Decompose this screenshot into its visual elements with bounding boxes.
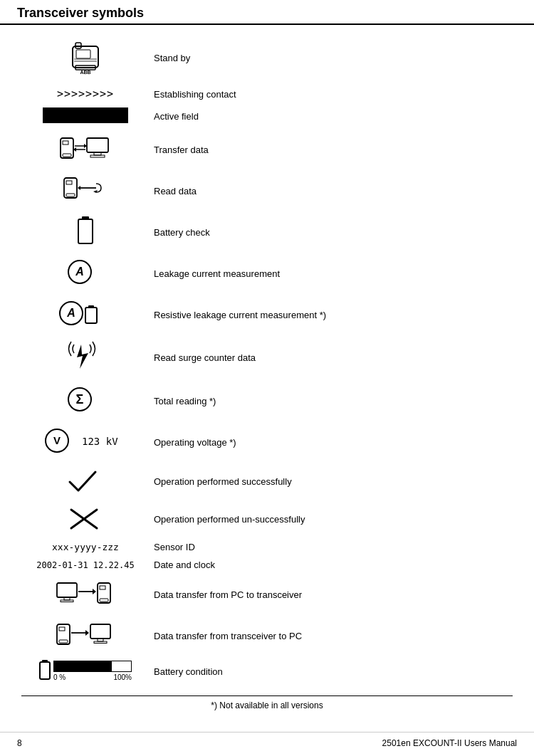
svg-rect-18	[66, 181, 72, 184]
svg-text:A: A	[66, 307, 75, 319]
footer-divider	[21, 695, 513, 696]
list-item: 2002-01-31 12.22.45 Date and clock	[21, 556, 513, 574]
content: ABB Stand by >>>>>>>> Establishing conta…	[0, 32, 534, 725]
symbol-icon-pc-to-trans	[21, 574, 150, 615]
page-number: 8	[17, 738, 22, 748]
svg-rect-48	[59, 627, 65, 631]
label-pc-to-trans: Data transfer from PC to transceiver	[150, 574, 513, 615]
list-item: V 123 kV Operating voltage *)	[21, 421, 513, 463]
symbol-icon-read-data	[21, 170, 150, 211]
list-item: A Resistive leakage current measurement …	[21, 294, 513, 335]
label-active-field: Active field	[150, 104, 513, 129]
label-stand-by: Stand by	[150, 32, 513, 84]
symbol-icon-establishing-contact: >>>>>>>>	[21, 84, 150, 104]
svg-marker-43	[93, 589, 96, 594]
label-read-data: Read data	[150, 170, 513, 211]
symbol-icon-trans-to-pc	[21, 615, 150, 656]
footnote: *) Not available in all versions	[21, 700, 513, 710]
svg-rect-45	[100, 586, 105, 589]
label-surge-counter: Read surge counter data	[150, 335, 513, 380]
svg-rect-30	[85, 308, 97, 323]
svg-rect-46	[100, 599, 108, 602]
svg-rect-9	[63, 154, 71, 157]
label-battery-condition: Battery condition	[150, 656, 513, 687]
active-field-bar	[43, 107, 128, 123]
label-leakage: Leakage current measurement	[150, 253, 513, 294]
page-footer: 8 2501en EXCOUNT-II Users Manual	[0, 732, 534, 754]
sensor-id-text: xxx-yyyy-zzz	[52, 542, 119, 552]
svg-text:123  kV: 123 kV	[82, 436, 118, 447]
battery-max-label: 100%	[113, 673, 132, 681]
symbol-icon-transfer-data	[21, 129, 150, 170]
list-item: Read data	[21, 170, 513, 211]
list-item: Active field	[21, 104, 513, 129]
svg-rect-24	[78, 219, 93, 243]
symbol-icon-unsuccess	[21, 500, 150, 538]
list-item: A Leakage current measurement	[21, 253, 513, 294]
arrows-icon: >>>>>>>>	[57, 88, 114, 100]
label-sensor-id: Sensor ID	[150, 538, 513, 556]
svg-rect-56	[40, 662, 50, 679]
symbol-icon-surge-counter	[21, 335, 150, 380]
manual-title: 2501en EXCOUNT-II Users Manual	[382, 738, 517, 748]
list-item: >>>>>>>> Establishing contact	[21, 84, 513, 104]
svg-marker-21	[78, 186, 80, 190]
list-item: Data transfer from transceiver to PC	[21, 615, 513, 656]
svg-rect-39	[57, 583, 77, 597]
symbol-icon-resistive-leakage: A	[21, 294, 150, 335]
list-item: Operation performed un-successfully	[21, 500, 513, 538]
list-item: Transfer data	[21, 129, 513, 170]
svg-marker-51	[85, 630, 89, 636]
label-trans-to-pc: Data transfer from transceiver to PC	[150, 615, 513, 656]
svg-marker-31	[77, 345, 88, 369]
label-total-reading: Total reading *)	[150, 380, 513, 421]
svg-text:Σ: Σ	[76, 392, 84, 406]
svg-text:ABB: ABB	[80, 70, 90, 75]
list-item: Σ Total reading *)	[21, 380, 513, 421]
label-success: Operation performed successfully	[150, 463, 513, 500]
symbol-icon-success	[21, 463, 150, 500]
label-establishing-contact: Establishing contact	[150, 84, 513, 104]
page-title: Transceiver symbols	[17, 6, 144, 20]
symbol-icon-battery-condition: 0 % 100%	[21, 656, 150, 687]
svg-rect-52	[90, 624, 110, 639]
label-resistive-leakage: Resistive leakage current measurement *)	[150, 294, 513, 335]
label-operating-voltage: Operating voltage *)	[150, 421, 513, 463]
list-item: ABB Stand by	[21, 32, 513, 84]
list-item: xxx-yyyy-zzz Sensor ID	[21, 538, 513, 556]
svg-rect-49	[59, 640, 68, 643]
list-item: Battery check	[21, 211, 513, 253]
svg-rect-54	[94, 641, 107, 644]
symbol-icon-active-field	[21, 104, 150, 129]
list-item: Data transfer from PC to transceiver	[21, 574, 513, 615]
symbol-icon-leakage: A	[21, 253, 150, 294]
svg-rect-8	[63, 141, 68, 145]
svg-rect-3	[76, 50, 90, 58]
symbol-icon-battery-check	[21, 211, 150, 253]
svg-text:V: V	[53, 434, 61, 446]
battery-min-label: 0 %	[53, 673, 66, 681]
symbol-icon-date-clock: 2002-01-31 12.22.45	[21, 556, 150, 574]
svg-text:A: A	[75, 266, 84, 278]
list-item: Read surge counter data	[21, 335, 513, 380]
symbol-icon-total-reading: Σ	[21, 380, 150, 421]
label-transfer-data: Transfer data	[150, 129, 513, 170]
svg-rect-19	[66, 194, 75, 196]
label-date-clock: Date and clock	[150, 556, 513, 574]
symbol-table: ABB Stand by >>>>>>>> Establishing conta…	[21, 32, 513, 687]
svg-rect-12	[90, 155, 105, 157]
label-battery-check: Battery check	[150, 211, 513, 253]
symbol-icon-operating-voltage: V 123 kV	[21, 421, 150, 463]
list-item: 0 % 100% Battery condition	[21, 656, 513, 687]
list-item: Operation performed successfully	[21, 463, 513, 500]
date-text: 2002-01-31 12.22.45	[36, 560, 134, 570]
symbol-icon-stand-by: ABB	[21, 32, 150, 84]
page-header: Transceiver symbols	[0, 0, 534, 25]
svg-rect-41	[61, 600, 73, 602]
label-unsuccess: Operation performed un-successfully	[150, 500, 513, 538]
svg-rect-10	[87, 138, 108, 152]
symbol-icon-sensor-id: xxx-yyyy-zzz	[21, 538, 150, 556]
